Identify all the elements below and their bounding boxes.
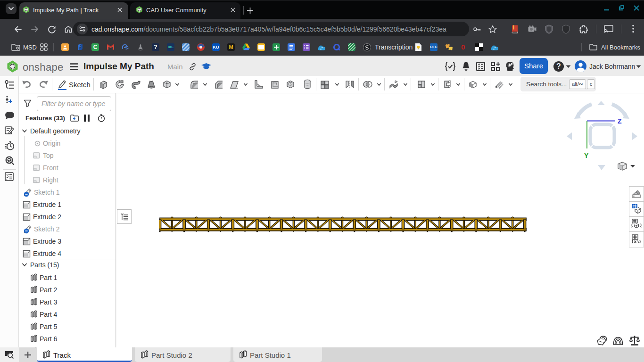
- svg-text:Z: Z: [618, 117, 622, 125]
- svg-text:Y: Y: [584, 152, 589, 159]
